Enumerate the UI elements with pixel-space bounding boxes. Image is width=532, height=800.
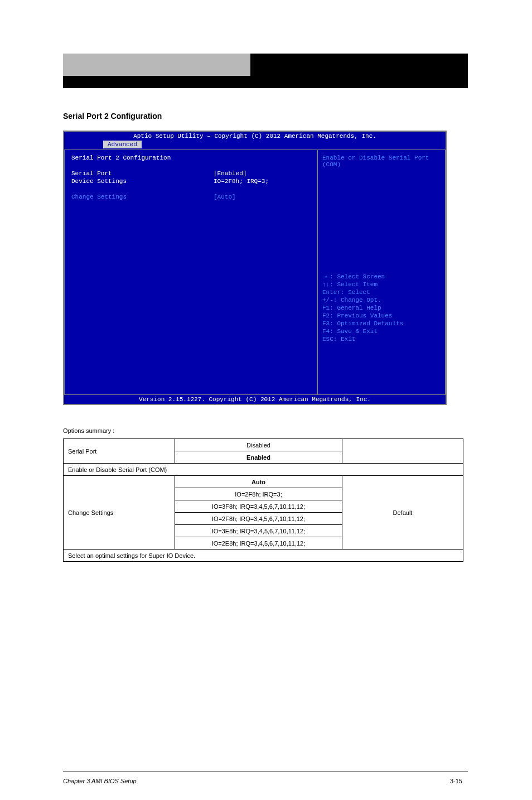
options-summary-label: Options summary :: [63, 427, 114, 434]
cell-serial-port-label: Serial Port: [64, 439, 175, 464]
cell-option: IO=2F8h; IRQ=3,4,5,6,7,10,11,12;: [175, 513, 342, 525]
bios-left-panel: Serial Port 2 Configuration Serial Port …: [64, 150, 317, 395]
cell-help: Select an optimal settings for Super IO …: [64, 550, 463, 562]
bios-value: [Auto]: [214, 194, 236, 200]
bold-text: Enabled: [246, 454, 270, 461]
cell-option: Disabled: [175, 439, 342, 451]
bios-title-top: Aptio Setup Utility – Copyright (C) 2012…: [64, 132, 446, 141]
cell-option: IO=3E8h; IRQ=3,4,5,6,7,10,11,12;: [175, 525, 342, 537]
bios-right-panel: Enable or Disable Serial Port (COM) →←: …: [317, 150, 446, 395]
options-table: Serial Port Disabled Enabled Enable or D…: [63, 438, 463, 562]
bios-tabs: Advanced: [64, 141, 446, 150]
bios-row-change-settings[interactable]: Change Settings [Auto]: [71, 194, 310, 200]
cell-default: [342, 439, 463, 464]
key-hint: F3: Optimized Defaults: [322, 320, 403, 327]
cell-option: IO=2F8h; IRQ=3;: [175, 488, 342, 500]
header-left-blank: [63, 54, 250, 76]
cell-option: Auto: [175, 476, 342, 488]
header-right: [250, 54, 468, 88]
bios-key-hints: →←: Select Screen ↑↓: Select Item Enter:…: [322, 273, 403, 343]
bios-label: Device Settings: [71, 178, 214, 185]
table-row: Enable or Disable Serial Port (COM): [64, 464, 463, 476]
bold-text: Auto: [252, 479, 265, 485]
tab-advanced[interactable]: Advanced: [103, 141, 142, 148]
chapter-label: Chapter 3 AMI BIOS Setup: [63, 778, 137, 784]
key-hint: →←: Select Screen: [322, 273, 403, 281]
bios-help-text: Enable or Disable Serial Port (COM): [322, 155, 441, 168]
section-title: Serial Port 2 Configuration: [63, 112, 162, 121]
bios-value: IO=2F8h; IRQ=3;: [214, 178, 269, 185]
cell-help: Enable or Disable Serial Port (COM): [64, 464, 463, 476]
key-hint: +/-: Change Opt.: [322, 296, 403, 304]
bios-window: Aptio Setup Utility – Copyright (C) 2012…: [63, 131, 447, 405]
bios-label: Change Settings: [71, 194, 214, 200]
bios-title-bottom: Version 2.15.1227. Copyright (C) 2012 Am…: [64, 395, 446, 404]
cell-option: IO=3F8h; IRQ=3,4,5,6,7,10,11,12;: [175, 500, 342, 513]
table-row: Serial Port Disabled: [64, 439, 463, 451]
key-hint: F1: General Help: [322, 304, 403, 312]
cell-change-label: Change Settings: [64, 476, 175, 550]
key-hint: Enter: Select: [322, 288, 403, 296]
bios-row-device-settings: Device Settings IO=2F8h; IRQ=3;: [71, 178, 310, 185]
footer-divider: [63, 772, 468, 772]
bios-row-serial-port[interactable]: Serial Port [Enabled]: [71, 170, 310, 177]
spacer: [71, 186, 310, 194]
header-bar: [63, 54, 468, 88]
key-hint: F2: Previous Values: [322, 312, 403, 320]
bios-label: Serial Port: [71, 170, 214, 177]
cell-option: IO=2E8h; IRQ=3,4,5,6,7,10,11,12;: [175, 537, 342, 550]
bios-value: [Enabled]: [214, 170, 246, 177]
table-row: Select an optimal settings for Super IO …: [64, 550, 463, 562]
key-hint: ESC: Exit: [322, 335, 403, 343]
cell-default: Default: [342, 476, 463, 550]
page-number: 3-15: [450, 778, 462, 784]
key-hint: ↑↓: Select Item: [322, 281, 403, 288]
cell-option: Enabled: [175, 451, 342, 464]
bios-config-title: Serial Port 2 Configuration: [71, 155, 310, 161]
table-row: Change Settings Auto Default: [64, 476, 463, 488]
bios-body: Serial Port 2 Configuration Serial Port …: [64, 150, 446, 395]
key-hint: F4: Save & Exit: [322, 327, 403, 335]
